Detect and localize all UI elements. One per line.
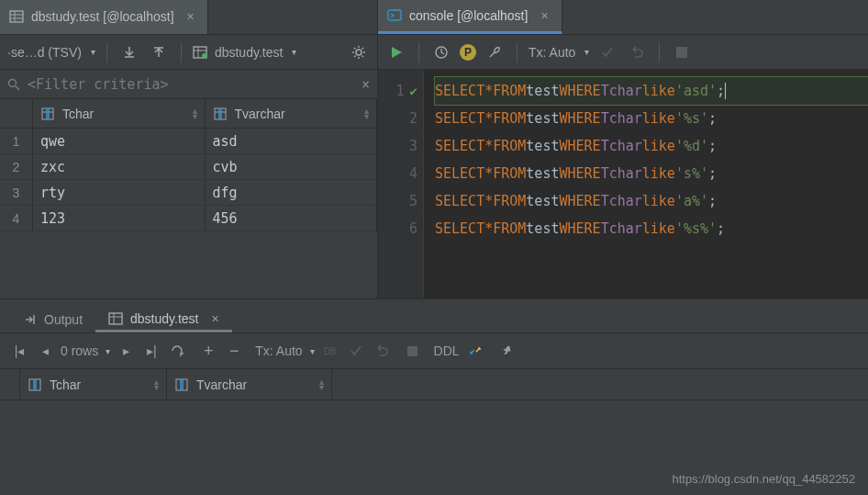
gutter-line: 3 xyxy=(378,132,417,160)
code-line[interactable]: SELECT * FROM test WHERE Tchar like 's%'… xyxy=(435,160,868,187)
bottom-toolbar: |◂ ◂ 0 rows ▾ ▸ ▸| + − Tx: Auto ▾ DB DDL xyxy=(0,332,868,369)
watermark: https://blog.csdn.net/qq_44582252 xyxy=(673,472,856,486)
ddl-button[interactable]: DDL xyxy=(434,343,460,358)
rollback-icon[interactable] xyxy=(372,341,392,361)
commit-icon[interactable] xyxy=(596,41,618,63)
table-row[interactable]: 2zxccvb xyxy=(0,154,377,180)
cell[interactable]: asd xyxy=(206,129,378,153)
column-icon xyxy=(213,107,228,121)
cell[interactable]: rty xyxy=(33,180,206,205)
last-page-icon[interactable]: ▸| xyxy=(141,341,161,361)
pin-icon[interactable] xyxy=(496,341,517,361)
close-icon[interactable]: × xyxy=(540,8,548,23)
table-row[interactable]: 4123456 xyxy=(0,206,377,231)
code-line[interactable]: SELECT * FROM test WHERE Tchar like '%s'… xyxy=(435,105,868,132)
add-row-icon[interactable]: + xyxy=(198,341,218,361)
cell[interactable]: 456 xyxy=(206,206,378,231)
result-format-label[interactable]: ·se…d (TSV) xyxy=(7,45,82,60)
db-icon[interactable]: DB xyxy=(320,341,340,361)
cell[interactable]: zxc xyxy=(33,154,206,179)
clear-filter-icon[interactable]: × xyxy=(362,76,370,93)
left-tabbar: dbstudy.test [@localhost] × xyxy=(0,0,377,35)
explain-plan-icon[interactable]: P xyxy=(460,44,476,61)
tab-label: console [@localhost] xyxy=(409,8,528,23)
rollback-icon[interactable] xyxy=(626,41,648,63)
sort-icon[interactable]: ▴▾ xyxy=(364,108,369,119)
run-icon[interactable] xyxy=(385,41,407,63)
first-page-icon[interactable]: |◂ xyxy=(9,341,29,361)
stop-icon[interactable] xyxy=(671,41,693,63)
editor-code[interactable]: SELECT * FROM test WHERE Tchar like 'asd… xyxy=(424,70,868,298)
cell[interactable]: 123 xyxy=(33,206,206,231)
column-icon xyxy=(174,377,189,392)
tab-data-grid[interactable]: dbstudy.test [@localhost] × xyxy=(0,0,208,34)
sort-icon[interactable]: ▴▾ xyxy=(193,108,197,119)
chevron-down-icon[interactable]: ▾ xyxy=(91,47,95,57)
tx-mode-label[interactable]: Tx: Auto xyxy=(255,343,302,358)
sort-icon[interactable]: ▴▾ xyxy=(154,379,159,390)
chevron-down-icon[interactable]: ▾ xyxy=(584,47,589,57)
gutter-line: 1✔ xyxy=(378,77,417,105)
left-toolbar: ·se…d (TSV) ▾ dbstudy.test ▾ xyxy=(0,35,377,70)
export-down-icon[interactable] xyxy=(118,41,140,63)
table-icon xyxy=(108,311,123,326)
tx-mode-label[interactable]: Tx: Auto xyxy=(529,45,575,60)
prev-page-icon[interactable]: ◂ xyxy=(35,341,55,361)
remove-row-icon[interactable]: − xyxy=(224,341,244,361)
next-page-icon[interactable]: ▸ xyxy=(116,341,136,361)
tab-console[interactable]: console [@localhost] × xyxy=(378,0,562,34)
import-up-icon[interactable] xyxy=(148,41,170,63)
svg-rect-19 xyxy=(388,10,401,20)
sort-icon[interactable]: ▴▾ xyxy=(319,379,324,390)
grid-body: 1qweasd2zxccvb3rtydfg4123456 xyxy=(0,129,377,231)
compare-icon[interactable] xyxy=(465,341,485,361)
column-header-tvarchar[interactable]: Tvarchar ▴▾ xyxy=(167,369,332,399)
column-header-tchar[interactable]: Tchar ▴▾ xyxy=(33,99,206,128)
editor-gutter: 1✔23456 xyxy=(378,70,424,298)
tab-label: dbstudy.test [@localhost] xyxy=(31,9,174,24)
history-icon[interactable] xyxy=(430,41,452,63)
row-number: 2 xyxy=(0,154,33,179)
column-header-tvarchar[interactable]: Tvarchar ▴▾ xyxy=(206,99,378,128)
cell[interactable]: dfg xyxy=(206,180,378,205)
svg-line-12 xyxy=(16,86,19,90)
code-line[interactable]: SELECT * FROM test WHERE Tchar like '%s%… xyxy=(435,215,868,242)
column-header-tchar[interactable]: Tchar ▴▾ xyxy=(20,369,167,399)
table-icon xyxy=(193,45,207,60)
tab-output[interactable]: Output xyxy=(11,307,95,332)
svg-rect-18 xyxy=(218,108,222,119)
table-row[interactable]: 1qweasd xyxy=(0,129,377,154)
commit-icon[interactable] xyxy=(346,341,366,361)
code-line[interactable]: SELECT * FROM test WHERE Tchar like 'a%'… xyxy=(435,187,868,215)
cell[interactable]: cvb xyxy=(206,154,378,179)
sql-editor[interactable]: 1✔23456 SELECT * FROM test WHERE Tchar l… xyxy=(378,70,868,298)
filter-row[interactable]: <Filter criteria> × xyxy=(0,70,377,99)
chevron-down-icon[interactable]: ▾ xyxy=(292,47,296,57)
code-line[interactable]: SELECT * FROM test WHERE Tchar like 'asd… xyxy=(435,77,868,105)
svg-rect-26 xyxy=(407,346,417,356)
chevron-down-icon[interactable]: ▾ xyxy=(310,346,315,356)
rows-label: 0 rows xyxy=(61,343,98,358)
close-icon[interactable]: × xyxy=(211,311,218,326)
svg-rect-21 xyxy=(676,47,687,58)
search-icon xyxy=(7,78,20,91)
row-number: 1 xyxy=(0,129,33,153)
cell[interactable]: qwe xyxy=(33,129,206,153)
target-table-label[interactable]: dbstudy.test xyxy=(215,45,283,60)
chevron-down-icon[interactable]: ▾ xyxy=(106,346,110,356)
wrench-icon[interactable] xyxy=(484,41,506,63)
table-row[interactable]: 3rtydfg xyxy=(0,180,377,206)
close-icon[interactable]: × xyxy=(187,9,195,24)
stop-icon[interactable] xyxy=(403,341,423,361)
console-icon xyxy=(387,8,402,23)
code-line[interactable]: SELECT * FROM test WHERE Tchar like '%d'… xyxy=(435,132,868,160)
svg-rect-23 xyxy=(109,313,122,324)
tab-result-grid[interactable]: dbstudy.test × xyxy=(95,307,232,332)
bottom-table-header: Tchar ▴▾ Tvarchar ▴▾ xyxy=(0,369,868,400)
row-number: 3 xyxy=(0,180,33,205)
gear-icon[interactable] xyxy=(348,41,370,63)
reload-icon[interactable] xyxy=(167,341,187,361)
gutter-line: 5 xyxy=(378,187,417,215)
svg-rect-0 xyxy=(10,11,23,22)
right-tabbar: console [@localhost] × xyxy=(378,0,868,35)
